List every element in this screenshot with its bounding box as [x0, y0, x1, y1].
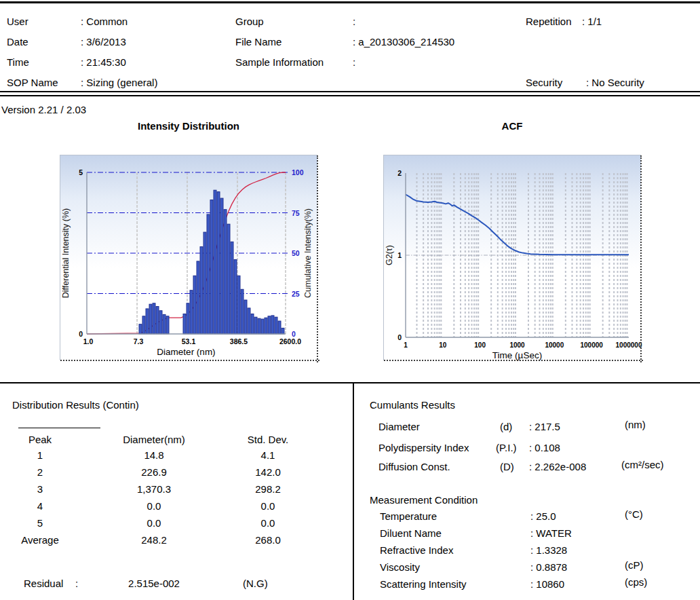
svg-text:25: 25 [292, 290, 300, 298]
svg-text:75: 75 [292, 209, 300, 217]
dist-row-2-cell-1: 1,370.3 [92, 483, 216, 495]
diameter-label: Diameter [378, 421, 420, 432]
user-value: : Common [81, 16, 128, 27]
section-divider [353, 383, 354, 600]
dist-row-3-cell-2: 0.0 [217, 500, 319, 512]
security-label: Security [526, 77, 562, 88]
intensity-distribution-title: Intensity Distribution [60, 120, 317, 132]
header-rule-1 [0, 91, 700, 92]
refractive-index-label: Refractive Index [380, 544, 453, 556]
pi-label: Polydispersity Index [378, 442, 469, 453]
col-header-peak: Peak [6, 434, 74, 445]
diameter-value: : 217.5 [529, 421, 560, 432]
dist-row-5-cell-2: 268.0 [217, 534, 319, 546]
diameter-unit: (nm) [625, 419, 646, 430]
viscosity-unit: (cP) [625, 559, 644, 571]
residual-value: 2.515e-002 [92, 578, 216, 589]
diameter-symbol: (d) [500, 421, 512, 432]
dist-row-5-cell-1: 248.2 [92, 534, 216, 546]
diffusion-symbol: (D) [500, 461, 514, 472]
group-label: Group [235, 16, 264, 27]
svg-text:0: 0 [79, 330, 83, 338]
dist-row-1-cell-1: 226.9 [92, 466, 216, 478]
dist-row-5-cell-0: Average [6, 534, 74, 546]
svg-text:100: 100 [292, 168, 304, 176]
header-rule-2 [0, 95, 700, 96]
version-text: Version 2.21 / 2.03 [1, 104, 86, 115]
dist-row-4-cell-2: 0.0 [217, 517, 319, 529]
scattering-intensity-value: : 10860 [530, 578, 564, 590]
intensity-distribution-plot: 5002550751001.07.353.1386.52600.0Diamete… [60, 155, 318, 361]
acf-title: ACF [383, 120, 641, 132]
diffusion-unit: (cm²/sec) [621, 459, 664, 470]
svg-text:10000: 10000 [545, 341, 564, 349]
cumulants-results-title: Cumulants Results [370, 399, 455, 411]
dist-row-1-cell-2: 142.0 [217, 466, 319, 478]
pi-value: : 0.108 [529, 442, 560, 453]
dist-row-0-cell-0: 1 [6, 449, 74, 461]
diluent-name-label: Diluent Name [380, 527, 442, 539]
svg-text:1: 1 [404, 341, 408, 349]
diluent-name-value: : WATER [530, 527, 572, 539]
dls-report-page: User : Common Date : 3/6/2013 Time : 21:… [0, 0, 700, 600]
file-name-label: File Name [235, 36, 281, 48]
residual-colon: : [75, 578, 78, 589]
dist-row-4-cell-1: 0.0 [92, 517, 216, 529]
dist-row-3-cell-0: 4 [6, 500, 74, 512]
dist-row-2-cell-0: 3 [6, 483, 74, 495]
pi-symbol: (P.I.) [496, 442, 517, 453]
repetition-value: : 1/1 [582, 16, 602, 27]
sample-information-value: : [353, 56, 355, 68]
scattering-intensity-unit: (cps) [625, 576, 647, 588]
svg-text:7.3: 7.3 [134, 337, 144, 345]
svg-text:1.0: 1.0 [83, 337, 94, 345]
residual-flag: (N.G) [243, 578, 268, 589]
svg-text:1000: 1000 [509, 341, 525, 349]
col-header-diameter: Diameter(nm) [92, 434, 216, 445]
dist-row-4-cell-0: 5 [6, 517, 74, 529]
viscosity-value: : 0.8878 [530, 561, 567, 573]
svg-text:10: 10 [439, 341, 447, 349]
viscosity-label: Viscosity [380, 561, 420, 573]
dist-row-0-cell-2: 4.1 [217, 449, 319, 461]
scattering-intensity-label: Scattering Intensity [380, 578, 467, 590]
dist-row-3-cell-1: 0.0 [92, 500, 216, 512]
acf-chart: 0121101001000100001000001000000Time (µSe… [383, 155, 641, 360]
measurement-condition-title: Measurement Condition [370, 494, 478, 506]
date-value: : 3/6/2013 [81, 36, 126, 48]
sop-name-value: : Sizing (general) [81, 77, 157, 88]
dist-row-1-cell-0: 2 [6, 466, 74, 478]
svg-text:0: 0 [397, 333, 402, 341]
time-label: Time [7, 56, 29, 68]
svg-text:Diameter (nm): Diameter (nm) [157, 347, 215, 357]
dist-row-2-cell-2: 298.2 [217, 483, 319, 495]
svg-text:100000: 100000 [580, 341, 603, 349]
svg-text:Cumulative Intensity(%): Cumulative Intensity(%) [303, 208, 313, 298]
distribution-results-title: Distribution Results (Contin) [12, 399, 139, 411]
svg-text:5: 5 [79, 168, 83, 176]
group-value: : [353, 16, 355, 27]
residual-label: Residual [24, 578, 63, 589]
sample-information-label: Sample Information [235, 56, 324, 68]
sop-name-label: SOP Name [7, 77, 58, 88]
svg-text:50: 50 [292, 249, 300, 257]
svg-text:386.5: 386.5 [230, 337, 248, 345]
svg-text:2600.0: 2600.0 [279, 337, 301, 345]
svg-text:Differential Intensity (%): Differential Intensity (%) [61, 208, 71, 298]
top-rule [0, 1, 700, 3]
svg-text:Time (µSec): Time (µSec) [492, 350, 542, 360]
section-rule [0, 382, 700, 383]
user-label: User [7, 16, 28, 27]
svg-text:G2(τ): G2(τ) [385, 245, 394, 265]
svg-text:1: 1 [397, 251, 402, 259]
security-value: : No Security [586, 77, 644, 88]
time-value: : 21:45:30 [81, 56, 126, 68]
svg-text:53.1: 53.1 [182, 337, 196, 345]
temperature-unit: (°C) [625, 508, 643, 520]
svg-text:2: 2 [397, 169, 402, 177]
dist-row-0-cell-1: 14.8 [92, 449, 216, 461]
date-label: Date [7, 36, 28, 48]
col-header-stddev: Std. Dev. [217, 434, 319, 445]
svg-text:100: 100 [474, 341, 486, 349]
diffusion-label: Diffusion Const. [378, 461, 450, 472]
